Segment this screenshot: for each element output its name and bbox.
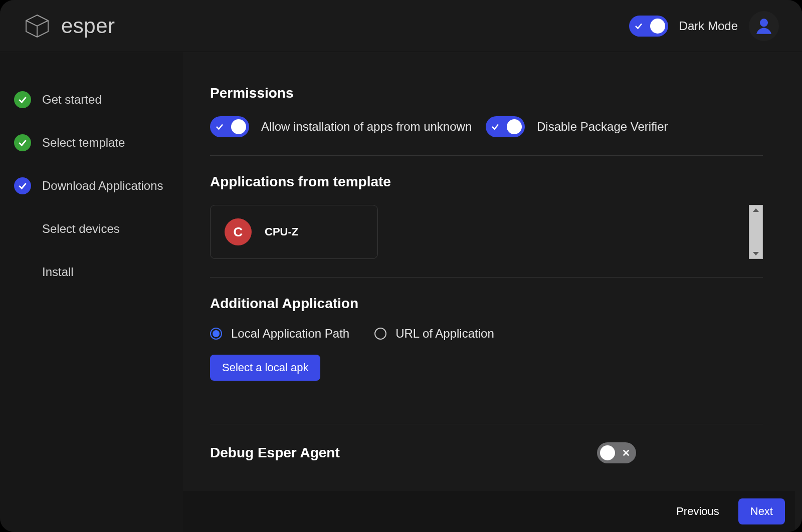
header: esper Dark Mode: [0, 0, 802, 52]
divider: [210, 424, 763, 424]
footer: Previous Next: [183, 491, 795, 532]
step-label: Install: [42, 264, 74, 280]
next-button[interactable]: Next: [738, 498, 785, 524]
radio-label: URL of Application: [395, 327, 494, 341]
permission-label: Allow installation of apps from unknown …: [261, 120, 472, 134]
svg-point-2: [760, 19, 768, 27]
step-indicator: [14, 263, 31, 281]
permission-disable-verifier: Disable Package Verifier: [486, 116, 668, 137]
cube-icon: [23, 12, 51, 40]
app-window: esper Dark Mode Get started: [0, 0, 802, 532]
step-indicator: [14, 220, 31, 237]
step-indicator-done: [14, 91, 31, 108]
debug-toggle[interactable]: [597, 442, 636, 463]
step-indicator-done: [14, 134, 31, 151]
apps-from-template-heading: Applications from template: [210, 174, 763, 190]
step-indicator-current: [14, 177, 31, 194]
dark-mode-label: Dark Mode: [679, 19, 738, 33]
additional-app-heading: Additional Application: [210, 296, 763, 312]
app-name: CPU-Z: [265, 225, 298, 238]
brand-name: esper: [61, 14, 115, 38]
permission-label: Disable Package Verifier: [537, 120, 668, 134]
check-icon: [215, 122, 224, 131]
permissions-heading: Permissions: [210, 85, 763, 101]
radio-label: Local Application Path: [231, 327, 349, 341]
allow-unknown-toggle[interactable]: [210, 116, 249, 137]
check-icon: [18, 138, 28, 148]
permissions-row: Allow installation of apps from unknown …: [210, 116, 763, 137]
header-right: Dark Mode: [629, 11, 779, 41]
check-icon: [491, 122, 500, 131]
radio-indicator: [374, 328, 386, 340]
step-label: Select template: [42, 135, 125, 151]
previous-button[interactable]: Previous: [664, 498, 731, 524]
sidebar-step-get-started[interactable]: Get started: [0, 84, 183, 115]
scrollbar[interactable]: [749, 205, 763, 259]
permission-allow-unknown: Allow installation of apps from unknown …: [210, 116, 472, 137]
select-local-apk-button[interactable]: Select a local apk: [210, 355, 320, 381]
step-label: Download Applications: [42, 178, 163, 194]
debug-heading: Debug Esper Agent: [210, 445, 340, 461]
avatar[interactable]: [749, 11, 779, 41]
x-icon: [622, 448, 631, 457]
brand-logo: esper: [23, 12, 115, 40]
scroll-up-icon: [753, 208, 759, 212]
scroll-down-icon: [753, 252, 759, 255]
radio-url[interactable]: URL of Application: [374, 327, 494, 341]
radio-local-path[interactable]: Local Application Path: [210, 327, 349, 341]
apps-list: C CPU-Z: [210, 205, 763, 259]
sidebar-step-install[interactable]: Install: [0, 256, 183, 288]
sidebar-step-select-devices[interactable]: Select devices: [0, 213, 183, 244]
step-label: Get started: [42, 92, 102, 108]
sidebar: Get started Select template Download App…: [0, 52, 183, 532]
debug-row: Debug Esper Agent: [210, 442, 636, 463]
app-card[interactable]: C CPU-Z: [210, 205, 378, 259]
user-icon: [753, 16, 774, 37]
sidebar-step-select-template[interactable]: Select template: [0, 127, 183, 158]
main-content: Permissions Allow installation of apps f…: [183, 52, 795, 491]
divider: [210, 155, 763, 156]
check-icon: [18, 181, 28, 191]
step-label: Select devices: [42, 221, 120, 237]
divider: [210, 277, 763, 278]
app-icon: C: [225, 218, 252, 245]
check-icon: [634, 22, 643, 31]
radio-group-source: Local Application Path URL of Applicatio…: [210, 327, 763, 341]
sidebar-step-download-applications[interactable]: Download Applications: [0, 170, 183, 201]
dark-mode-toggle[interactable]: [629, 16, 668, 37]
check-icon: [18, 95, 28, 105]
radio-indicator: [210, 328, 222, 340]
disable-verifier-toggle[interactable]: [486, 116, 525, 137]
